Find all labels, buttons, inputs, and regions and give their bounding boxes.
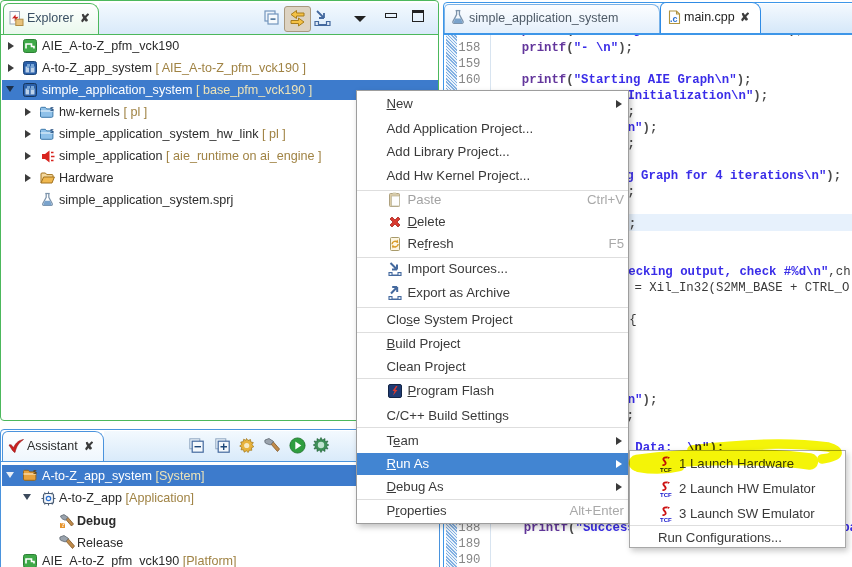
svg-text:.c: .c xyxy=(670,14,678,24)
svg-text:s: s xyxy=(50,127,54,134)
svg-text:?: ? xyxy=(61,521,65,528)
svg-text:TCF: TCF xyxy=(660,517,672,523)
svg-text:TCF: TCF xyxy=(660,492,672,498)
svg-text:s: s xyxy=(33,468,37,475)
svg-text:s: s xyxy=(50,105,54,112)
svg-text:TCF: TCF xyxy=(660,467,672,473)
